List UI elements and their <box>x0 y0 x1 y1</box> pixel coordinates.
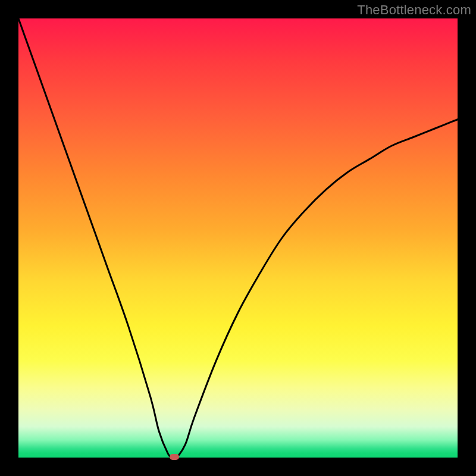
chart-frame: TheBottleneck.com <box>0 0 476 476</box>
watermark-text: TheBottleneck.com <box>357 2 471 18</box>
bottleneck-curve <box>18 18 458 458</box>
optimal-point-marker <box>170 454 179 460</box>
